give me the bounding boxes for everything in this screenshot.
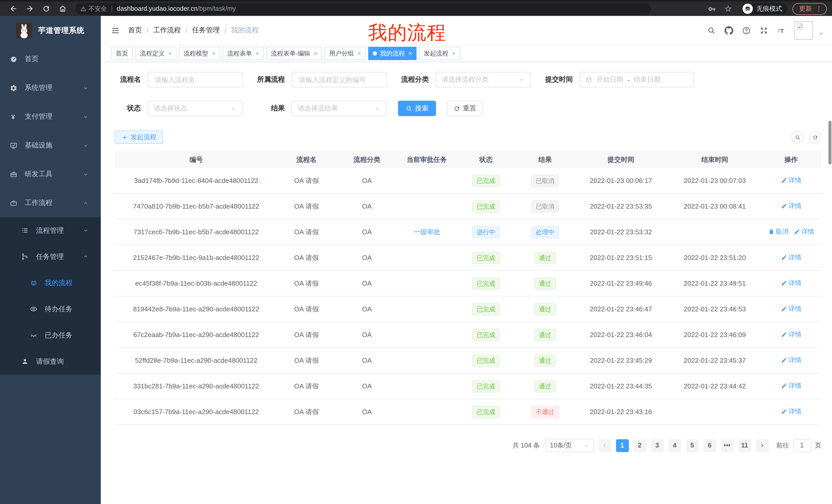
- detail-link[interactable]: 详情: [781, 382, 801, 390]
- url-text[interactable]: dashboard.yudao.iocoder.cn/bpm/task/my: [117, 5, 236, 12]
- reset-button-label: 重置: [463, 104, 476, 113]
- key-icon[interactable]: [708, 5, 716, 12]
- filter-definition-field[interactable]: [298, 75, 381, 84]
- detail-link[interactable]: 详情: [781, 356, 801, 365]
- detail-link[interactable]: 详情: [781, 279, 801, 288]
- refresh-table-button[interactable]: [809, 131, 821, 143]
- tab-流程表单-编辑[interactable]: 流程表单-编辑×: [266, 47, 322, 60]
- page-button-4[interactable]: 4: [668, 439, 681, 452]
- page-button-1[interactable]: 1: [616, 439, 629, 452]
- more-pages-button[interactable]: •••: [721, 439, 733, 452]
- tree-icon: [21, 253, 29, 260]
- sidebar-item-首页[interactable]: 首页: [0, 45, 101, 74]
- scrollbar-thumb[interactable]: [828, 121, 831, 164]
- address-bar[interactable]: 不安全 dashboard.yudao.iocoder.cn/bpm/task/…: [75, 3, 651, 15]
- filter-status-select[interactable]: 请选择状态: [148, 101, 243, 116]
- caret-down-icon[interactable]: [818, 31, 824, 36]
- search-icon[interactable]: [707, 26, 716, 35]
- detail-label: 详情: [788, 253, 801, 262]
- cell-name: OA 请假: [278, 330, 335, 339]
- forward-icon[interactable]: [26, 5, 34, 13]
- home-icon[interactable]: [59, 5, 67, 13]
- detail-link[interactable]: 详情: [781, 253, 801, 262]
- process-table: 编号流程名流程分类当前审批任务状态结果提交时间结束时间操作3ad174fb-7b…: [115, 151, 821, 425]
- reload-icon[interactable]: [42, 5, 50, 13]
- back-icon[interactable]: [9, 5, 18, 13]
- sidebar-item-待办任务[interactable]: 待办任务: [0, 296, 101, 322]
- security-label: 不安全: [88, 4, 107, 13]
- page-button-3[interactable]: 3: [651, 439, 664, 452]
- page-button-2[interactable]: 2: [633, 439, 646, 452]
- close-icon[interactable]: ×: [357, 50, 361, 57]
- filter-time-range[interactable]: 开始日期 - 结束日期: [579, 72, 694, 87]
- breadcrumb-home[interactable]: 首页: [128, 26, 142, 35]
- sidebar-item-系统管理[interactable]: 系统管理: [0, 74, 101, 102]
- breadcrumb-workflow[interactable]: 工作流程: [153, 26, 181, 35]
- sidebar-item-支付管理[interactable]: ¥支付管理: [0, 102, 101, 131]
- close-icon[interactable]: ×: [408, 50, 412, 57]
- sidebar-item-我的流程[interactable]: 我的流程: [0, 270, 101, 296]
- search-button[interactable]: 搜索: [398, 101, 436, 116]
- sidebar-item-任务管理[interactable]: 任务管理: [0, 244, 101, 270]
- cancel-link[interactable]: 取消: [768, 228, 788, 236]
- tab-用户分组[interactable]: 用户分组×: [324, 47, 366, 60]
- filter-result-select[interactable]: 请选择流结果: [291, 101, 387, 116]
- sidebar-item-已办任务[interactable]: 已办任务: [0, 322, 101, 348]
- kebab-menu-icon[interactable]: [815, 5, 822, 12]
- toggle-search-button[interactable]: [791, 131, 804, 143]
- tab-流程定义[interactable]: 流程定义×: [135, 47, 176, 60]
- detail-link[interactable]: 详情: [781, 202, 801, 211]
- fullscreen-icon[interactable]: [759, 26, 768, 35]
- app-logo[interactable]: 芋道管理系统: [0, 16, 101, 45]
- close-icon[interactable]: ×: [452, 50, 456, 57]
- help-icon[interactable]: [742, 26, 751, 35]
- tab-流程模型[interactable]: 流程模型×: [179, 47, 220, 60]
- filter-definition-input[interactable]: [291, 72, 387, 87]
- sidebar-item-工作流程[interactable]: 工作流程: [0, 189, 101, 217]
- cell-result: 已取消: [517, 200, 573, 213]
- breadcrumb-task[interactable]: 任务管理: [192, 26, 220, 35]
- reset-button[interactable]: 重置: [447, 101, 483, 116]
- tab-流程表单[interactable]: 流程表单×: [223, 47, 264, 60]
- github-icon[interactable]: [725, 26, 733, 35]
- tab-发起流程[interactable]: 发起流程×: [419, 47, 460, 60]
- page-button-5[interactable]: 5: [686, 439, 699, 452]
- detail-link[interactable]: 详情: [781, 330, 801, 339]
- page-button-6[interactable]: 6: [703, 439, 716, 452]
- close-icon[interactable]: ×: [256, 50, 259, 57]
- cell-name: OA 请假: [278, 304, 335, 314]
- status-badge: 已完成: [472, 354, 500, 367]
- tab-首页[interactable]: 首页: [111, 47, 133, 60]
- sidebar-item-请假查询[interactable]: 请假查询: [0, 348, 101, 374]
- avatar[interactable]: [795, 21, 813, 39]
- create-process-button[interactable]: 发起流程: [115, 131, 163, 144]
- svg-text:¥: ¥: [11, 113, 15, 120]
- font-size-icon[interactable]: TT: [777, 26, 786, 35]
- sidebar-item-研发工具[interactable]: 研发工具: [0, 160, 101, 189]
- detail-link[interactable]: 详情: [781, 408, 801, 416]
- page-size-select[interactable]: 10条/页: [545, 439, 594, 452]
- filter-name-field[interactable]: [154, 75, 237, 84]
- security-status[interactable]: 不安全: [80, 4, 107, 13]
- detail-link[interactable]: 详情: [794, 228, 814, 236]
- close-icon[interactable]: ×: [314, 50, 317, 57]
- sidebar-item-流程管理[interactable]: 流程管理: [0, 217, 101, 244]
- cell-id: 331bc281-7b9a-11ec-a290-acde48001122: [115, 382, 278, 390]
- page-button-11[interactable]: 11: [738, 439, 751, 452]
- result-badge: 通过: [534, 277, 556, 289]
- current-task-link[interactable]: 一级审批: [413, 227, 440, 236]
- sidebar-item-基础设施[interactable]: 基础设施: [0, 131, 101, 160]
- detail-link[interactable]: 详情: [781, 176, 801, 185]
- update-button[interactable]: 更新: [792, 3, 827, 15]
- detail-link[interactable]: 详情: [781, 305, 801, 313]
- goto-page-input[interactable]: [793, 439, 811, 452]
- close-icon[interactable]: ×: [212, 50, 215, 57]
- close-icon[interactable]: ×: [168, 50, 172, 57]
- next-page-button[interactable]: [756, 439, 769, 452]
- prev-page-button[interactable]: [598, 439, 611, 452]
- filter-category-select[interactable]: 请选择流程分类: [436, 72, 531, 87]
- menu-fold-icon[interactable]: [111, 26, 120, 35]
- filter-name-input[interactable]: [148, 72, 243, 87]
- bookmark-star-icon[interactable]: [724, 5, 732, 13]
- tab-我的流程[interactable]: 我的流程×: [368, 47, 417, 60]
